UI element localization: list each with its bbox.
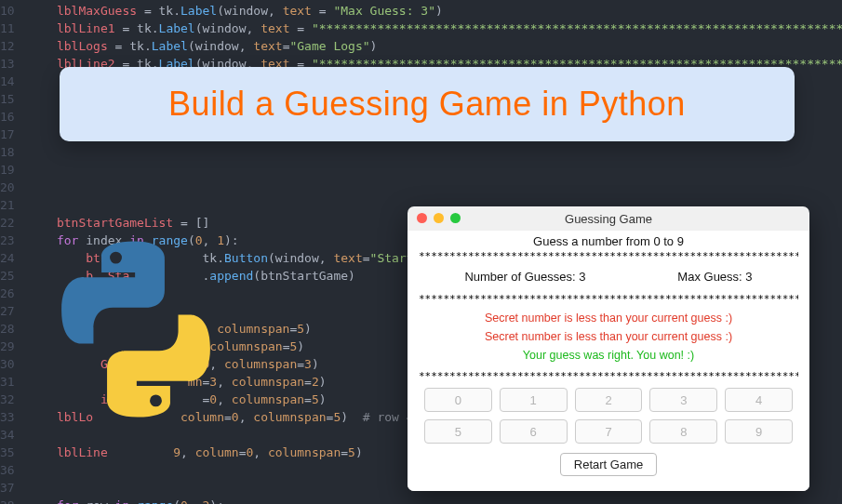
max-guess-label: Max Guess: 3 — [677, 270, 752, 284]
code-line — [28, 143, 842, 161]
number-button-5[interactable]: 5 — [424, 419, 492, 444]
log-line: Secret number is less than your current … — [485, 309, 732, 327]
code-line: lblLogs = tk.Label(window, text="Game Lo… — [28, 37, 842, 55]
code-line: lblMaxGuess = tk.Label(window, text = "M… — [28, 2, 842, 20]
restart-button[interactable]: Retart Game — [560, 453, 657, 476]
banner-title: Build a Guessing Game in Python — [168, 85, 686, 124]
number-button-6[interactable]: 6 — [500, 419, 568, 444]
log-line: Your guess was right. You won! :) — [485, 346, 732, 365]
num-guesses-label: Number of Guesses: 3 — [464, 270, 585, 284]
window-titlebar: Guessing Game — [408, 206, 809, 231]
stats-row: Number of Guesses: 3 Max Guess: 3 — [419, 262, 798, 293]
code-line — [28, 179, 842, 196]
log-line: Secret number is less than your current … — [485, 327, 732, 346]
number-button-7[interactable]: 7 — [575, 419, 643, 444]
number-button-9[interactable]: 9 — [725, 419, 793, 444]
number-button-3[interactable]: 3 — [649, 388, 717, 412]
number-button-4[interactable]: 4 — [725, 388, 793, 412]
code-line: for row in range(0, 2): — [28, 497, 842, 504]
divider-top: ****************************************… — [419, 250, 798, 262]
line-number-gutter: 1011121314151617181920212223242526272829… — [0, 2, 28, 504]
number-button-1[interactable]: 1 — [500, 388, 568, 412]
title-banner: Build a Guessing Game in Python — [60, 67, 795, 141]
window-title: Guessing Game — [565, 212, 652, 226]
instruction-label: Guess a number from 0 to 9 — [533, 234, 684, 248]
divider-mid: ****************************************… — [419, 293, 798, 305]
traffic-lights — [417, 213, 461, 223]
game-body: Guess a number from 0 to 9 *************… — [408, 231, 809, 491]
python-logo-icon — [33, 227, 238, 431]
number-button-8[interactable]: 8 — [649, 419, 717, 444]
code-line: lblLine1 = tk.Label(window, text = "****… — [28, 20, 842, 37]
zoom-icon[interactable] — [450, 213, 461, 223]
close-icon[interactable] — [417, 213, 427, 223]
minimize-icon[interactable] — [434, 213, 444, 223]
number-button-0[interactable]: 0 — [424, 388, 492, 412]
game-log-area: Secret number is less than your current … — [485, 305, 732, 370]
divider-bot: ****************************************… — [419, 370, 798, 382]
game-window: Guessing Game Guess a number from 0 to 9… — [408, 206, 809, 491]
number-button-grid: 0123456789 — [419, 382, 798, 451]
number-button-2[interactable]: 2 — [575, 388, 643, 412]
code-line — [28, 161, 842, 179]
